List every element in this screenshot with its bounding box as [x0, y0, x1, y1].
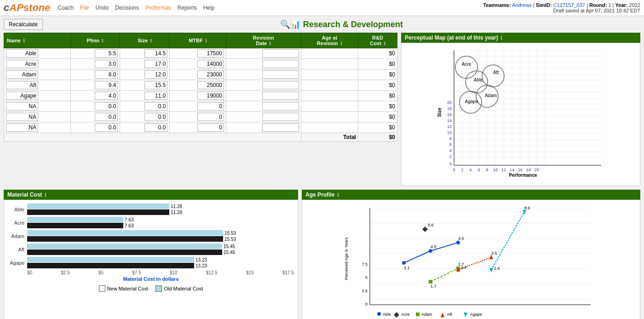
- pfmn-input-6[interactable]: [95, 113, 118, 121]
- revision-input-4[interactable]: [262, 92, 299, 100]
- legend-old: Old Material Cost: [155, 285, 203, 292]
- rd-table-row: $0: [4, 101, 397, 112]
- svg-text:12: 12: [447, 124, 452, 129]
- row-name-5: [4, 101, 71, 112]
- row-pfmn-5: [70, 101, 120, 112]
- svg-text:20: 20: [447, 100, 452, 105]
- size-input-3[interactable]: [144, 81, 167, 89]
- mtbf-input-1[interactable]: [197, 60, 224, 68]
- pfmn-input-3[interactable]: [95, 81, 118, 89]
- svg-marker-102: [489, 268, 493, 273]
- revision-input-5[interactable]: [262, 102, 299, 110]
- svg-text:5: 5: [365, 275, 368, 280]
- mtbf-input-3[interactable]: [197, 81, 224, 89]
- name-input-6[interactable]: [6, 113, 38, 121]
- row-mtbf-3: [170, 80, 226, 91]
- pfmn-input-7[interactable]: [95, 123, 118, 132]
- row-mtbf-7: [170, 122, 226, 133]
- mtbf-input-0[interactable]: [197, 49, 224, 58]
- nav-help[interactable]: Help: [203, 5, 215, 11]
- recalculate-button[interactable]: Recalculate: [4, 19, 43, 30]
- size-input-0[interactable]: [144, 49, 167, 58]
- svg-text:14: 14: [510, 168, 514, 172]
- rd-table-row: $0: [4, 48, 397, 59]
- new-bar-1: [27, 217, 123, 222]
- row-name-2: [4, 70, 71, 80]
- nav-file[interactable]: File: [80, 5, 89, 11]
- name-input-4[interactable]: [6, 92, 38, 100]
- row-mtbf-4: [170, 91, 226, 101]
- revision-input-0[interactable]: [262, 49, 299, 58]
- nav-reports[interactable]: Reports: [178, 5, 197, 11]
- new-value-0: 11.28: [171, 204, 182, 209]
- bar-new-0: 11.28: [27, 203, 294, 209]
- pfmn-input-5[interactable]: [95, 102, 118, 110]
- mtbf-input-5[interactable]: [197, 102, 224, 110]
- size-input-5[interactable]: [144, 102, 167, 110]
- name-input-1[interactable]: [6, 60, 38, 68]
- age-profile-title: Age Profile: [305, 191, 334, 198]
- svg-line-101: [491, 212, 524, 270]
- mtbf-input-6[interactable]: [197, 113, 224, 121]
- revision-input-3[interactable]: [262, 81, 299, 89]
- row-revision-3[interactable]: [226, 80, 301, 91]
- legend-old-box: [155, 285, 162, 292]
- teamname-label: Teamname: Andrews | SimID: C127157_037 |…: [483, 2, 640, 8]
- chart-legend: New Material Cost Old Material Cost: [8, 285, 294, 292]
- size-input-7[interactable]: [144, 123, 167, 132]
- svg-text:2: 2: [461, 168, 463, 172]
- row-revision-6[interactable]: [226, 112, 301, 122]
- row-size-3: [120, 80, 170, 91]
- bar-row-adam: Adam 15.53 15.53: [8, 230, 294, 242]
- name-input-2[interactable]: [6, 70, 38, 79]
- bar-old-0: 11.28: [27, 209, 294, 215]
- row-pfmn-3: [70, 80, 120, 91]
- row-revision-5[interactable]: [226, 101, 301, 112]
- row-revision-2[interactable]: [226, 70, 301, 80]
- pfmn-input-1[interactable]: [95, 60, 118, 68]
- pfmn-input-2[interactable]: [95, 70, 118, 79]
- row-revision-7[interactable]: [226, 122, 301, 133]
- top-section: Name ℹ Pfmn ℹ Size ℹ MTBF ℹ RevisionDate…: [4, 33, 640, 186]
- size-input-1[interactable]: [144, 60, 167, 68]
- svg-text:6: 6: [449, 142, 452, 147]
- revision-input-1[interactable]: [262, 60, 299, 68]
- nav-undo[interactable]: Undo: [96, 5, 109, 11]
- pfmn-input-4[interactable]: [95, 92, 118, 100]
- row-revision-0[interactable]: [226, 48, 301, 59]
- rd-table: Name ℹ Pfmn ℹ Size ℹ MTBF ℹ RevisionDate…: [4, 33, 397, 142]
- bottom-section: Material Cost ℹ Able 11.28 11.28 Acre 7.…: [4, 190, 640, 319]
- revision-input-7[interactable]: [262, 123, 299, 132]
- svg-text:2.6: 2.6: [461, 265, 467, 270]
- row-size-2: [120, 70, 170, 80]
- svg-marker-108: [394, 312, 399, 318]
- mtbf-input-4[interactable]: [197, 92, 224, 100]
- name-input-0[interactable]: [6, 49, 38, 58]
- row-age-2: [301, 70, 358, 80]
- row-size-4: [120, 91, 170, 101]
- name-input-7[interactable]: [6, 123, 38, 132]
- size-input-4[interactable]: [144, 92, 167, 100]
- page-title-icon: 🔍📊: [280, 19, 300, 29]
- name-input-3[interactable]: [6, 81, 38, 89]
- mtbf-input-2[interactable]: [197, 70, 224, 79]
- nav-proformas[interactable]: Proformas: [145, 5, 171, 11]
- total-label: Total: [301, 133, 358, 142]
- revision-input-6[interactable]: [262, 113, 299, 121]
- svg-text:4.0: 4.0: [431, 244, 437, 249]
- nav-coach[interactable]: Coach: [58, 5, 74, 11]
- svg-text:10: 10: [493, 168, 498, 172]
- svg-text:Adam: Adam: [485, 93, 497, 98]
- new-bar-4: [27, 257, 194, 262]
- pfmn-input-0[interactable]: [95, 49, 118, 58]
- size-input-6[interactable]: [144, 113, 167, 121]
- nav-decisions[interactable]: Decisions: [115, 5, 139, 11]
- svg-text:8.6: 8.6: [524, 206, 530, 210]
- x-axis-title: Material Cost in dollars: [8, 276, 294, 282]
- name-input-5[interactable]: [6, 102, 38, 110]
- revision-input-2[interactable]: [262, 70, 299, 79]
- size-input-2[interactable]: [144, 70, 167, 79]
- row-revision-4[interactable]: [226, 91, 301, 101]
- mtbf-input-7[interactable]: [197, 123, 224, 132]
- row-revision-1[interactable]: [226, 59, 301, 70]
